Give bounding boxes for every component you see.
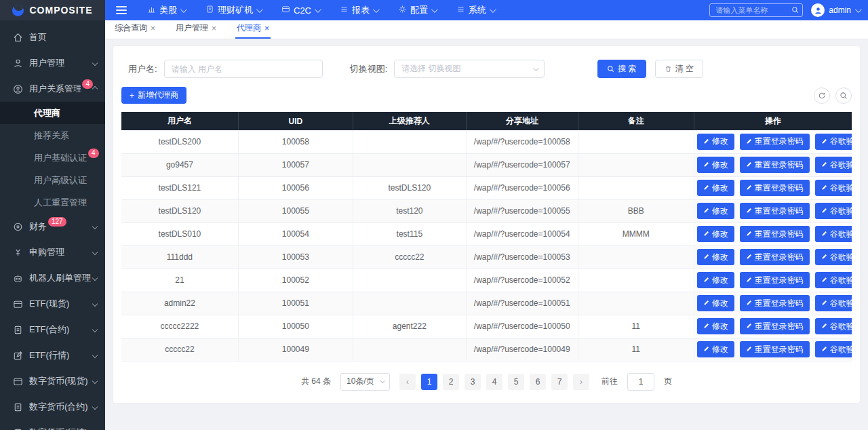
doc-icon [13,402,23,412]
nav-menu-item[interactable]: C2C [281,5,319,16]
sidebar-item[interactable]: 首页 [0,24,105,50]
google-verify-button[interactable]: 谷歌验证 [815,134,852,150]
edit-button[interactable]: 修改 [697,134,734,150]
tab-用户管理[interactable]: 用户管理× [174,22,218,39]
reset-password-button[interactable]: 重置登录密码 [740,157,810,173]
google-verify-button[interactable]: 谷歌验证 [815,249,852,265]
search-button[interactable]: 搜 索 [597,60,646,78]
cell-username: go9457 [121,153,238,176]
reset-password-button[interactable]: 重置登录密码 [740,341,810,357]
edit-button[interactable]: 修改 [697,318,734,334]
google-verify-button[interactable]: 谷歌验证 [815,180,852,196]
hamburger-icon[interactable] [116,6,127,14]
page-button[interactable]: 5 [508,374,524,390]
table-tools [814,87,852,104]
username-input[interactable] [164,60,323,78]
cell-share_url: /wap/#/?usercode=100051 [466,292,578,315]
page-button[interactable]: 4 [486,374,502,390]
cell-actions: 修改重置登录密码谷歌验证 [694,130,852,153]
cell-username: testDLS121 [121,176,238,199]
edit-button[interactable]: 修改 [697,341,734,357]
edit-button[interactable]: 修改 [697,157,734,173]
reset-password-button[interactable]: 重置登录密码 [740,318,810,334]
google-verify-button[interactable]: 谷歌验证 [815,318,852,334]
close-icon[interactable]: × [151,24,155,33]
page-size-select[interactable]: 10条/页 [340,373,390,391]
page-button[interactable]: 2 [443,374,459,390]
next-page-button[interactable]: › [573,374,589,390]
cell-share_url: /wap/#/?usercode=100053 [466,246,578,269]
goto-page-input[interactable] [627,373,654,391]
add-agent-button[interactable]: + 新增代理商 [121,87,186,104]
prev-page-button[interactable]: ‹ [399,374,416,390]
cell-share_url: /wap/#/?usercode=100050 [466,315,578,338]
refresh-icon[interactable] [814,87,830,104]
sidebar-item[interactable]: 数字货币(现货) [0,368,105,394]
page-button[interactable]: 3 [465,374,481,390]
sidebar-item[interactable]: 申购管理 [0,239,105,265]
google-verify-button[interactable]: 谷歌验证 [815,203,852,219]
sidebar-subitem[interactable]: 用户高级认证 [0,169,105,191]
reset-password-button[interactable]: 重置登录密码 [740,134,810,150]
reset-password-button[interactable]: 重置登录密码 [740,249,810,265]
sidebar-item[interactable]: 数字货币(行情) [0,420,105,430]
nav-menus: 美股理财矿机C2C报表配置系统 [147,4,494,16]
reset-password-button[interactable]: 重置登录密码 [740,203,810,219]
google-verify-button[interactable]: 谷歌验证 [815,272,852,288]
sidebar-subitem[interactable]: 推荐关系 [0,124,105,146]
sidebar-item[interactable]: ETF(合约) [0,317,105,343]
table-row: go9457100057/wap/#/?usercode=100057修改重置登… [121,153,852,176]
user-menu[interactable]: admin [811,3,860,17]
nav-menu-item[interactable]: 理财矿机 [205,4,261,16]
list-icon [340,5,349,16]
cell-actions: 修改重置登录密码谷歌验证 [694,338,852,361]
sidebar-item[interactable]: ETF(现货) [0,291,105,317]
page-button[interactable]: 7 [551,374,568,390]
edit-button[interactable]: 修改 [697,226,734,242]
sidebar-item[interactable]: 机器人刷单管理 [0,265,105,291]
edit-button[interactable]: 修改 [697,295,734,311]
reset-password-button[interactable]: 重置登录密码 [740,180,810,196]
nav-menu-item[interactable]: 美股 [147,4,185,16]
sidebar-subitem[interactable]: 人工重置管理 [0,191,105,214]
nav-menu-item[interactable]: 报表 [340,4,378,16]
edit-button[interactable]: 修改 [697,203,734,219]
close-icon[interactable]: × [264,24,269,33]
pencil-icon [703,183,709,193]
sidebar-subitem[interactable]: 代理商 [0,102,105,124]
sidebar-item[interactable]: 财务127 [0,214,105,239]
tab-综合查询[interactable]: 综合查询× [113,22,157,39]
clear-button[interactable]: 清 空 [655,60,703,78]
google-verify-button[interactable]: 谷歌验证 [815,295,852,311]
chevron-down-icon [92,60,98,66]
reset-password-button[interactable]: 重置登录密码 [740,226,810,242]
cell-actions: 修改重置登录密码谷歌验证 [694,222,852,246]
sidebar-item[interactable]: 用户关系管理4 [0,76,105,102]
page-button[interactable]: 6 [530,374,546,390]
edit-button[interactable]: 修改 [697,249,734,265]
logo: COMPOSITE [0,0,105,20]
table-row: admin22100051/wap/#/?usercode=100051修改重置… [121,292,852,315]
close-icon[interactable]: × [212,24,216,33]
sidebar-subitem[interactable]: 用户基础认证4 [0,146,105,169]
edit-button[interactable]: 修改 [697,180,734,196]
view-select-placeholder: 请选择 切换视图 [401,63,460,75]
reset-password-button[interactable]: 重置登录密码 [740,272,810,288]
nav-menu-item[interactable]: 系统 [456,4,494,16]
google-verify-button[interactable]: 谷歌验证 [815,341,852,357]
edit-button[interactable]: 修改 [697,272,734,288]
tab-代理商[interactable]: 代理商× [235,22,271,39]
google-verify-button[interactable]: 谷歌验证 [815,226,852,242]
zoom-icon[interactable] [835,87,852,104]
reset-password-button[interactable]: 重置登录密码 [740,295,810,311]
pencil-icon [821,298,827,308]
sidebar-item[interactable]: 用户管理 [0,50,105,76]
menu-search-input[interactable] [709,3,803,17]
sidebar-item[interactable]: ETF(行情) [0,343,105,368]
sidebar-item[interactable]: 数字货币(合约) [0,394,105,420]
google-verify-button[interactable]: 谷歌验证 [815,157,852,173]
page-button[interactable]: 1 [421,374,437,390]
moon-logo-icon [12,5,24,16]
nav-menu-item[interactable]: 配置 [398,4,436,16]
view-select[interactable]: 请选择 切换视图 [394,60,545,78]
